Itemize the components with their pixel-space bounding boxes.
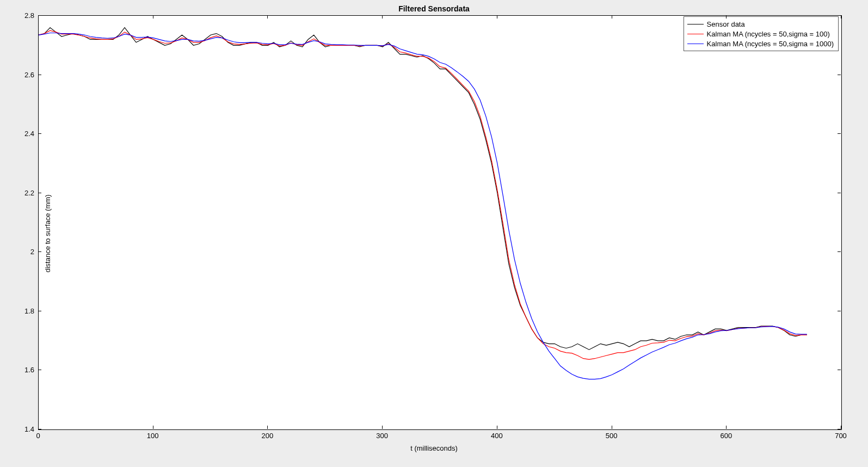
x-tick-label: 500 xyxy=(606,432,618,440)
x-tick-label: 200 xyxy=(262,432,274,440)
data-series xyxy=(39,33,807,379)
plot-canvas xyxy=(39,16,841,429)
y-tick-label: 2.6 xyxy=(2,70,34,78)
plot-axes[interactable] xyxy=(38,15,842,430)
x-tick-label: 600 xyxy=(720,432,732,440)
y-tick-label: 1.8 xyxy=(2,306,34,315)
legend-entry-kalman1000: Kalman MA (ncycles = 50,sigma = 1000) xyxy=(687,39,834,48)
y-tick-label: 2.2 xyxy=(2,188,34,196)
legend-line-icon xyxy=(687,44,704,44)
y-tick-label: 2.8 xyxy=(2,11,34,20)
x-tick-label: 300 xyxy=(376,432,388,440)
x-tick-label: 0 xyxy=(36,432,40,440)
x-tick-label: 100 xyxy=(147,432,159,440)
legend-entry-sensor: Sensor data xyxy=(687,19,834,29)
y-axis-label: distance to surface (mm) xyxy=(44,194,52,272)
figure-window: Filtered Sensordata distance to surface … xyxy=(0,0,868,467)
legend-entry-kalman100: Kalman MA (ncycles = 50,sigma = 100) xyxy=(687,29,834,39)
y-tick-label: 1.6 xyxy=(2,366,34,374)
legend-line-icon xyxy=(687,24,704,24)
legend-line-icon xyxy=(687,34,704,34)
y-tick-label: 1.4 xyxy=(2,425,34,433)
y-tick-label: 2 xyxy=(2,248,34,256)
data-series xyxy=(39,30,807,359)
legend-label: Kalman MA (ncycles = 50,sigma = 1000) xyxy=(707,40,834,48)
x-axis-label: t (milliseconds) xyxy=(0,444,868,452)
legend-label: Kalman MA (ncycles = 50,sigma = 100) xyxy=(707,30,830,38)
data-series xyxy=(39,28,807,350)
x-tick-label: 400 xyxy=(491,432,503,440)
legend-label: Sensor data xyxy=(707,20,745,28)
x-tick-label: 700 xyxy=(835,432,847,440)
y-tick-label: 2.4 xyxy=(2,130,34,138)
chart-title: Filtered Sensordata xyxy=(0,4,868,13)
legend-box[interactable]: Sensor data Kalman MA (ncycles = 50,sigm… xyxy=(684,16,839,51)
